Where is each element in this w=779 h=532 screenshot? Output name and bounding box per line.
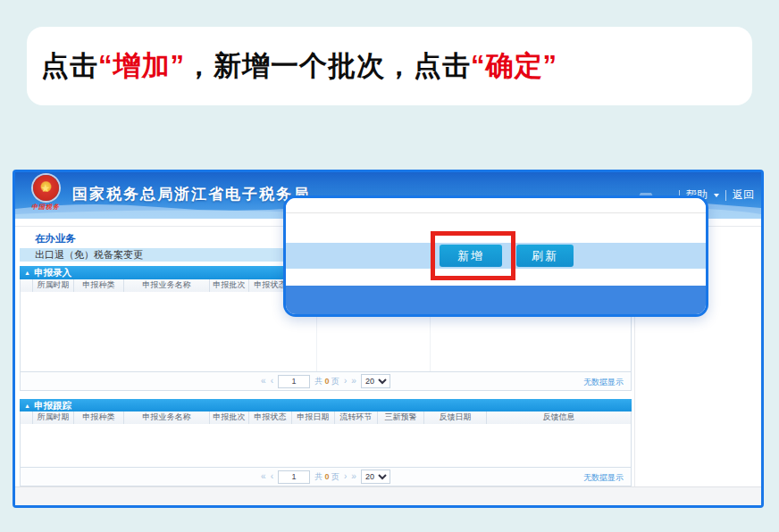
last-page-button[interactable]: » — [351, 472, 356, 481]
next-page-button[interactable]: › — [344, 377, 347, 386]
section-header-declare-tracking[interactable]: ▲ 申报跟踪 — [20, 399, 632, 412]
red-highlight-box — [431, 231, 515, 280]
column-header-batch: 申报批次 — [210, 411, 249, 424]
column-header-status: 申报状态 — [249, 411, 292, 424]
section-title-entry: 申报录入 — [34, 267, 71, 279]
column-header-flow-step: 流转环节 — [335, 411, 378, 424]
page-size-select[interactable]: 20 — [361, 374, 390, 388]
column-header-warning: 三新预警 — [378, 411, 424, 424]
total-pages-label: 共 0 页 — [314, 376, 339, 387]
caret-down-icon — [714, 194, 719, 197]
first-page-button[interactable]: « — [261, 377, 266, 386]
no-data-label: 无数据显示 — [583, 377, 624, 388]
next-page-button[interactable]: › — [344, 472, 347, 481]
page-size-select[interactable]: 20 — [361, 470, 390, 484]
national-emblem-icon: ★ — [33, 175, 59, 201]
instruction-highlight-add: “增加” — [98, 50, 185, 81]
instruction-middle: ，新增一个批次，点击 — [185, 50, 471, 81]
total-suffix: 页 — [331, 377, 339, 386]
total-count: 0 — [324, 377, 329, 386]
page: 点击“增加”，新增一个批次，点击“确定” ★ 中国税务 国家税务总局浙江省电子税… — [0, 0, 779, 532]
app-title: 国家税务总局浙江省电子税务局 — [72, 184, 310, 204]
section-title-tracking: 申报跟踪 — [34, 400, 71, 412]
page-number-input[interactable] — [278, 470, 310, 484]
column-header-batch: 申报批次 — [210, 279, 249, 292]
emblem-caption: 中国税务 — [24, 203, 67, 212]
instruction-prefix: 点击 — [41, 50, 98, 81]
column-header-feedback-info: 反馈信息 — [487, 411, 631, 424]
instruction-text: 点击“增加”，新增一个批次，点击“确定” — [41, 47, 557, 85]
instruction-highlight-confirm: “确定” — [471, 50, 557, 81]
prev-page-button[interactable]: ‹ — [271, 377, 273, 386]
column-header-feedback-date: 反馈日期 — [424, 411, 487, 424]
no-data-label: 无数据显示 — [583, 472, 624, 484]
total-pages-label: 共 0 页 — [314, 471, 339, 483]
prev-page-button[interactable]: ‹ — [271, 472, 273, 481]
column-header-business-name: 申报业务名称 — [124, 279, 210, 292]
star-icon: ★ — [41, 183, 51, 194]
popup-blue-bar — [286, 286, 706, 315]
instruction-banner: 点击“增加”，新增一个批次，点击“确定” — [27, 27, 752, 105]
onjob-panel-title: 在办业务 — [35, 232, 76, 245]
column-header-blank — [21, 411, 33, 424]
page-number-input[interactable] — [278, 375, 310, 388]
divider — [725, 190, 726, 201]
entry-pagination-bar: « ‹ 共 0 页 › » 20 无数据显示 — [20, 371, 632, 391]
total-count: 0 — [324, 472, 329, 481]
popup-title-strip — [286, 198, 706, 213]
column-header-declare-date: 申报日期 — [292, 411, 335, 424]
total-suffix: 页 — [331, 472, 339, 481]
last-page-button[interactable]: » — [351, 377, 356, 386]
tracking-pagination-bar: « ‹ 共 0 页 › » 20 无数据显示 — [20, 467, 632, 486]
first-page-button[interactable]: « — [261, 472, 266, 481]
column-header-blank — [21, 279, 33, 292]
total-prefix: 共 — [314, 472, 322, 481]
column-header-business-name: 申报业务名称 — [124, 411, 210, 424]
collapse-icon[interactable]: ▲ — [24, 270, 30, 276]
column-header-declare-type: 申报种类 — [74, 411, 124, 424]
refresh-button[interactable]: 刷新 — [516, 245, 574, 267]
total-prefix: 共 — [314, 377, 322, 386]
tracking-table-body-empty — [20, 424, 632, 467]
column-header-declare-type: 申报种类 — [74, 279, 124, 292]
column-header-period: 所属时期 — [33, 279, 74, 292]
tax-bureau-logo: ★ 中国税务 — [24, 175, 67, 212]
back-link[interactable]: 返回 — [733, 187, 754, 203]
app-footer-strip — [15, 486, 761, 505]
collapse-icon[interactable]: ▲ — [24, 403, 30, 409]
column-header-period: 所属时期 — [33, 411, 74, 424]
tracking-table-header: 所属时期 申报种类 申报业务名称 申报批次 申报状态 申报日期 流转环节 三新预… — [20, 411, 632, 425]
